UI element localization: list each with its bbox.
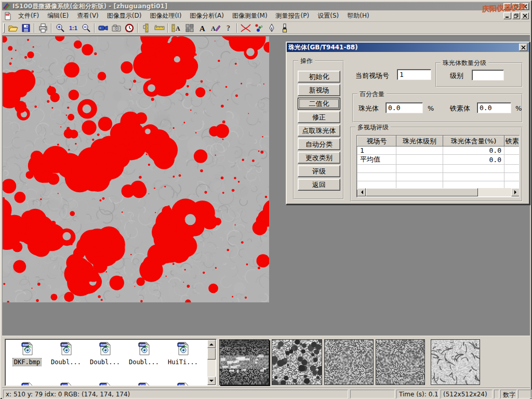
metallograph-image[interactable] bbox=[3, 36, 269, 302]
video-capture-button[interactable] bbox=[97, 22, 110, 34]
menu-bar: DOC 文件(F) 编辑(E) 查看(V) 图像显示(D) 图像处理(I) 图像… bbox=[2, 10, 530, 22]
menu-image-measure[interactable]: 图像测量(M) bbox=[228, 10, 272, 22]
current-field-input[interactable] bbox=[397, 69, 431, 80]
child-restore-button[interactable] bbox=[512, 12, 520, 19]
minimize-button[interactable] bbox=[503, 3, 511, 10]
menu-file[interactable]: 文件(F) bbox=[14, 10, 43, 22]
menu-settings[interactable]: 设置(S) bbox=[313, 10, 343, 22]
thumbnail-5[interactable] bbox=[431, 339, 480, 385]
svg-text:BMP: BMP bbox=[23, 384, 30, 386]
timer-button[interactable] bbox=[123, 22, 136, 34]
help-button[interactable]: ? bbox=[222, 22, 235, 34]
ferrite-percent-input[interactable] bbox=[477, 102, 511, 113]
brush-tool-button[interactable] bbox=[278, 22, 291, 34]
svg-text:BMP: BMP bbox=[179, 384, 185, 386]
grid-stamp-button[interactable] bbox=[183, 22, 196, 34]
photo-capture-button[interactable] bbox=[110, 22, 123, 34]
table-horizontal-scrollbar[interactable] bbox=[357, 188, 520, 196]
toolbar-grip[interactable] bbox=[3, 23, 5, 33]
pen-tool-button[interactable] bbox=[265, 22, 278, 34]
class-markers-icon: 3 bbox=[254, 23, 263, 33]
file-item[interactable]: BMP bbox=[86, 382, 124, 386]
ruler-button[interactable] bbox=[153, 22, 166, 34]
col-ferrite-content[interactable]: 铁素体含量(%) bbox=[504, 136, 520, 147]
zoom-out-button[interactable] bbox=[79, 22, 92, 34]
file-item[interactable]: BMP bbox=[47, 382, 85, 386]
close-button[interactable] bbox=[521, 3, 529, 10]
file-name[interactable]: HuiTi... bbox=[167, 358, 199, 366]
zoom-in-icon bbox=[56, 23, 65, 33]
menu-image-process[interactable]: 图像处理(I) bbox=[145, 10, 185, 22]
annotate-button[interactable]: A bbox=[209, 22, 222, 34]
status-mode: 数字 bbox=[500, 390, 517, 398]
col-field-no[interactable]: 视场号 bbox=[357, 136, 396, 147]
thumbnail-4[interactable] bbox=[376, 339, 425, 385]
curve-tool-button[interactable] bbox=[239, 22, 252, 34]
return-button[interactable]: 返回 bbox=[298, 179, 340, 191]
rating-table[interactable]: 视场号 珠光体级别 珠光体含量(%) 铁素体含量(%) 1 0.0 平均值 0.… bbox=[356, 135, 520, 197]
curve-tool-icon bbox=[240, 23, 251, 33]
menu-image-display[interactable]: 图像显示(D) bbox=[103, 10, 146, 22]
file-item[interactable]: BMP HuiTi... bbox=[164, 341, 202, 366]
file-item[interactable]: BMP DKF.bmp bbox=[8, 341, 46, 366]
file-name[interactable]: Doubl... bbox=[128, 358, 160, 366]
dialog-close-button[interactable] bbox=[519, 44, 527, 51]
thumbnail-2[interactable] bbox=[272, 339, 322, 385]
print-button[interactable] bbox=[36, 22, 49, 34]
file-item[interactable]: BMP Doubl... bbox=[125, 341, 163, 366]
child-minimize-button[interactable] bbox=[503, 12, 511, 19]
save-button[interactable] bbox=[19, 22, 32, 34]
actual-size-button[interactable]: 1:1 bbox=[66, 22, 79, 34]
floppy-icon bbox=[21, 23, 31, 33]
open-file-button[interactable] bbox=[6, 22, 19, 34]
scroll-left-button[interactable] bbox=[357, 188, 366, 196]
file-list-scrollbar[interactable] bbox=[207, 340, 216, 385]
scrollbar-thumb[interactable] bbox=[207, 348, 216, 360]
thumbnail-1[interactable] bbox=[219, 339, 269, 385]
init-button[interactable]: 初始化 bbox=[298, 71, 340, 83]
file-item[interactable]: BMP bbox=[164, 382, 202, 386]
table-row[interactable]: 1 0.0 bbox=[357, 147, 520, 155]
file-item[interactable]: BMP bbox=[8, 382, 46, 386]
scrollbar-thumb[interactable] bbox=[366, 188, 478, 196]
pick-pearlite-button[interactable]: 点取珠光体 bbox=[298, 125, 340, 137]
file-list[interactable]: BMP DKF.bmp BMP Doubl... bbox=[5, 339, 217, 386]
measure-text-button[interactable]: A bbox=[170, 22, 183, 34]
menu-image-analysis[interactable]: 图像分析(A) bbox=[185, 10, 228, 22]
table-row[interactable] bbox=[357, 173, 520, 181]
file-item[interactable]: BMP Doubl... bbox=[86, 341, 124, 366]
grade-input[interactable] bbox=[472, 70, 504, 81]
col-pearlite-grade[interactable]: 珠光体级别 bbox=[396, 136, 443, 147]
menu-view[interactable]: 查看(V) bbox=[73, 10, 103, 22]
new-field-button[interactable]: 新视场 bbox=[298, 84, 340, 96]
thumbnail-3[interactable] bbox=[324, 339, 374, 385]
caliper-button[interactable] bbox=[140, 22, 153, 34]
scroll-down-button[interactable] bbox=[207, 377, 216, 385]
menu-help[interactable]: 帮助(H) bbox=[343, 10, 373, 22]
binarize-button[interactable]: 二值化 bbox=[298, 98, 340, 110]
correct-button[interactable]: 修正 bbox=[298, 111, 340, 123]
table-row[interactable]: 平均值 0.0 bbox=[357, 155, 520, 165]
class-markers-button[interactable]: 3 bbox=[252, 22, 265, 34]
pearlite-percent-input[interactable] bbox=[385, 102, 423, 113]
change-class-button[interactable]: 更改类别 bbox=[298, 152, 340, 164]
col-pearlite-content[interactable]: 珠光体含量(%) bbox=[443, 136, 504, 147]
file-name[interactable]: Doubl... bbox=[50, 358, 82, 366]
child-close-button[interactable] bbox=[521, 12, 529, 19]
restore-button[interactable] bbox=[512, 3, 520, 10]
auto-classify-button[interactable]: 自动分类 bbox=[298, 138, 340, 150]
file-name[interactable]: DKF.bmp bbox=[13, 358, 42, 366]
file-name[interactable]: Doubl... bbox=[89, 358, 121, 366]
text-button[interactable]: A bbox=[196, 22, 209, 34]
table-row[interactable] bbox=[357, 165, 520, 173]
rate-button[interactable]: 评级 bbox=[298, 165, 340, 177]
menu-edit[interactable]: 编辑(E) bbox=[43, 10, 73, 22]
menu-measure-report[interactable]: 测量报告(P) bbox=[272, 10, 314, 22]
dialog-title-bar[interactable]: 珠光体(GB/T9441-88) bbox=[287, 43, 529, 52]
scroll-right-button[interactable] bbox=[511, 188, 520, 196]
scroll-up-button[interactable] bbox=[207, 340, 216, 348]
file-item[interactable]: BMP Doubl... bbox=[47, 341, 85, 366]
zoom-in-button[interactable] bbox=[54, 22, 66, 34]
toolbar-separator bbox=[236, 23, 237, 33]
file-item[interactable]: BMP bbox=[125, 382, 163, 386]
